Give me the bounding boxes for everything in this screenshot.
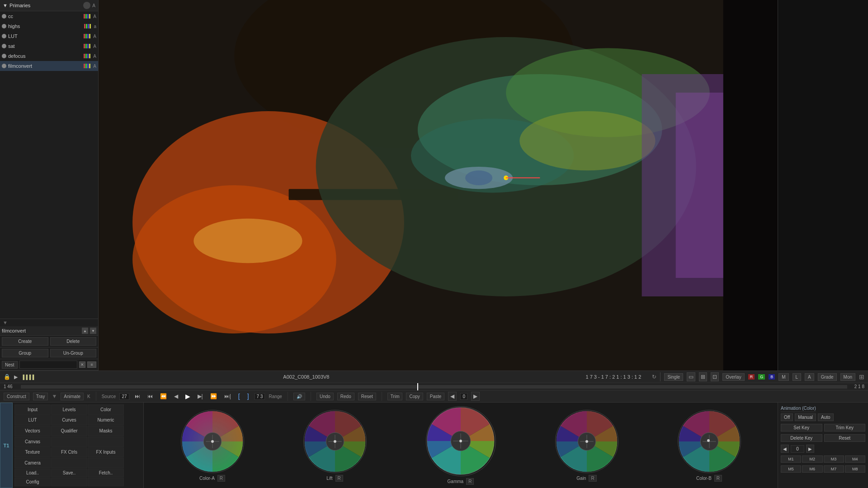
tool-save[interactable]: Save..	[51, 469, 87, 477]
tool-fx-inputs[interactable]: FX Inputs	[88, 447, 124, 458]
overlay-btn[interactable]: Overlay	[722, 373, 744, 381]
paste-btn[interactable]: Paste	[427, 393, 445, 400]
m1-btn[interactable]: M1	[781, 455, 801, 463]
r-channel-btn[interactable]: R	[748, 374, 755, 380]
m3-btn[interactable]: M3	[824, 455, 844, 463]
m4-btn[interactable]: M4	[845, 455, 865, 463]
color-wheel-b[interactable]	[678, 410, 741, 473]
quad-btn[interactable]: ⊡	[711, 372, 719, 381]
bracket-close-btn[interactable]: ]	[245, 392, 251, 401]
grade-btn[interactable]: Grade	[818, 373, 837, 381]
undo-btn[interactable]: Undo	[316, 393, 334, 400]
end-btn[interactable]: ⏭|	[222, 392, 233, 400]
split-v-btn[interactable]: ▭	[687, 372, 695, 381]
tool-curves[interactable]: Curves	[51, 415, 87, 426]
off-btn[interactable]: Off	[781, 413, 793, 421]
ungroup-button[interactable]: Un-Group	[50, 349, 97, 357]
layer-item-cc[interactable]: cc A	[0, 11, 98, 21]
bracket-open-btn[interactable]: [	[236, 392, 242, 401]
arrow-right-btn[interactable]: ▶	[471, 392, 480, 401]
timeline-track[interactable]	[21, 385, 847, 389]
tool-color[interactable]: Color	[88, 404, 124, 415]
arrow-left-btn[interactable]: ◀	[448, 392, 457, 401]
l-channel-btn[interactable]: L	[793, 373, 802, 381]
primaries-icon[interactable]	[83, 2, 90, 9]
refresh-icon[interactable]: ↻	[652, 374, 656, 380]
primaries-collapse-icon[interactable]: ▼	[3, 3, 8, 8]
m2-btn[interactable]: M2	[802, 455, 822, 463]
grid-icon[interactable]: ⊞	[859, 373, 864, 380]
b-channel-btn[interactable]: B	[769, 374, 775, 380]
color-wheel-lift[interactable]	[303, 410, 367, 473]
prev-key-btn[interactable]: ⏪	[158, 392, 169, 400]
delete-button[interactable]: Delete	[50, 337, 97, 346]
tray-btn[interactable]: Tray	[33, 393, 48, 400]
color-wheel-gain[interactable]	[555, 410, 618, 473]
tool-vectors[interactable]: Vectors	[14, 426, 51, 436]
construct-btn[interactable]: Construct	[4, 393, 29, 400]
wheel-gamma-reset[interactable]: R	[466, 478, 474, 485]
layer-item-highs[interactable]: highs a	[0, 21, 98, 31]
animate-btn[interactable]: Animate	[61, 393, 84, 400]
layer-item-defocus[interactable]: defocus A	[0, 51, 98, 61]
wheel-lift-reset[interactable]: R	[335, 475, 343, 482]
tool-load[interactable]: Load..	[14, 469, 51, 477]
vol-btn[interactable]: 🔊	[293, 393, 305, 400]
tool-canvas[interactable]: Canvas	[14, 436, 51, 447]
color-wheel-gamma[interactable]	[426, 406, 496, 476]
delete-key-btn[interactable]: Delete Key	[781, 434, 822, 442]
expand-arrow[interactable]: ▼	[0, 319, 98, 326]
layer-item-lut[interactable]: LUT A	[0, 31, 98, 41]
rc-arrow-left[interactable]: ◀	[781, 445, 789, 453]
layer-item-sat[interactable]: sat A	[0, 41, 98, 51]
play-mode-btn[interactable]: ▶	[14, 374, 18, 380]
start-btn[interactable]: ⏮	[146, 392, 155, 400]
redo-btn[interactable]: Redo	[337, 393, 354, 400]
split-h-btn[interactable]: ⊞	[699, 372, 707, 381]
tool-texture[interactable]: Texture	[14, 447, 51, 458]
g-channel-btn[interactable]: G	[758, 374, 765, 380]
m7-btn[interactable]: M7	[824, 465, 844, 473]
tool-config[interactable]: Config	[14, 478, 51, 486]
playhead[interactable]	[417, 383, 418, 390]
nest-button[interactable]: Nest	[2, 361, 18, 369]
reset-btn[interactable]: Reset	[358, 393, 376, 400]
group-button[interactable]: Group	[2, 349, 48, 357]
m-channel-btn[interactable]: M	[778, 373, 788, 381]
rc-arrow-right[interactable]: ▶	[806, 445, 814, 453]
tool-levels[interactable]: Levels	[51, 404, 87, 415]
layer-down-btn[interactable]: ▼	[90, 328, 96, 334]
tool-camera[interactable]: Camera	[14, 458, 51, 468]
layer-item-filmconvert[interactable]: filmconvert A	[0, 61, 98, 71]
a-channel-btn[interactable]: A	[805, 373, 814, 381]
tool-fetch[interactable]: Fetch..	[88, 469, 124, 477]
copy-btn[interactable]: Copy	[406, 393, 423, 400]
color-wheel-a[interactable]	[181, 410, 244, 473]
single-view-btn[interactable]: Single	[664, 373, 683, 381]
mon-btn[interactable]: Mon	[840, 373, 855, 381]
auto-btn[interactable]: Auto	[818, 413, 834, 421]
m5-btn[interactable]: M5	[781, 465, 801, 473]
tool-qualifier[interactable]: Qualifier	[51, 426, 87, 436]
m6-btn[interactable]: M6	[802, 465, 822, 473]
reset-key-btn[interactable]: Reset	[824, 434, 866, 442]
fast-fwd-btn[interactable]: ⏭	[133, 392, 142, 400]
nest-x-btn[interactable]: ✕	[79, 361, 85, 368]
trim-btn[interactable]: Trim	[387, 393, 403, 400]
wheel-gain-reset[interactable]: R	[589, 475, 596, 482]
create-button[interactable]: Create	[2, 337, 48, 346]
manual-btn[interactable]: Manual	[795, 413, 816, 421]
wheel-a-reset[interactable]: R	[217, 475, 225, 482]
nest-list-btn[interactable]: ≡	[87, 361, 96, 368]
layer-up-btn[interactable]: ▲	[82, 328, 88, 334]
tool-input[interactable]: Input	[14, 404, 51, 415]
tool-masks[interactable]: Masks	[88, 426, 124, 436]
m8-btn[interactable]: M8	[845, 465, 865, 473]
next-key-btn[interactable]: ⏩	[208, 392, 219, 400]
prev-frame-btn[interactable]: ◀	[172, 392, 180, 400]
play-btn[interactable]: ▶	[184, 392, 192, 401]
tool-fx-ctrls[interactable]: FX Ctrls	[51, 447, 87, 458]
tool-numeric[interactable]: Numeric	[88, 415, 124, 426]
lock-icon[interactable]: 🔒	[4, 374, 10, 380]
set-key-btn[interactable]: Set Key	[781, 424, 822, 432]
